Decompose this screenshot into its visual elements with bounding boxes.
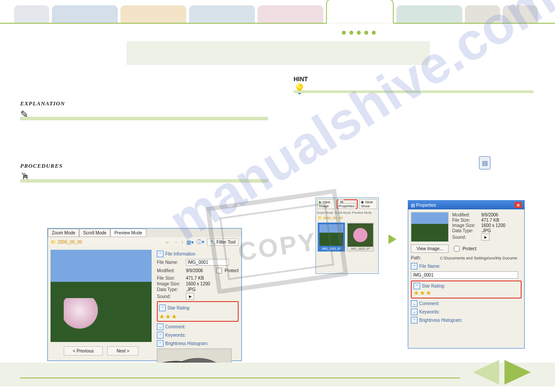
- footer-band: [0, 363, 555, 386]
- folder-name-small: 2006_09_09: [323, 216, 343, 220]
- scroll-mode-label[interactable]: Scroll Mode: [334, 211, 351, 214]
- imagesize-value: 1600 x 1200: [186, 281, 239, 286]
- pw-modified-label: Modified:: [452, 212, 481, 217]
- filesize-label: File Size:: [157, 276, 186, 281]
- window-title: Properties: [416, 203, 436, 208]
- datatype-value: .JPG: [186, 287, 239, 292]
- view-image-button[interactable]: ▶ View Image: [317, 199, 335, 209]
- keywords-label: Keywords:: [165, 333, 186, 338]
- pw-histogram-label: Brightness Histogram:: [419, 318, 462, 323]
- browser-toolbar-screenshot: ▶ View Image ▤ Properties ◉ Slide Show Z…: [316, 198, 379, 274]
- top-tab-strip: [0, 0, 555, 24]
- properties-window: ▤ Properties✕ Modified:9/9/2006 File Siz…: [408, 200, 525, 349]
- modified-value: 9/9/2006: [186, 268, 211, 273]
- pw-datatype-value: .JPG: [481, 228, 491, 233]
- pw-filesize-value: 471.7 KB: [481, 218, 499, 223]
- pw-imagesize-label: Image Size:: [452, 223, 481, 228]
- bulb-icon: 💡: [294, 83, 308, 95]
- pw-filename-input[interactable]: IMG_0001: [411, 271, 518, 279]
- zoom-mode-tab[interactable]: Zoom Mode: [48, 229, 79, 237]
- top-tab[interactable]: [258, 5, 323, 23]
- previous-button[interactable]: < Previous: [64, 346, 103, 356]
- pw-star-rating-label: Star Rating:: [422, 284, 445, 288]
- pw-path-label: Path:: [411, 255, 440, 260]
- pw-expand-keywords-icon[interactable]: ⌄: [411, 309, 417, 315]
- protect-label: Protect: [225, 268, 239, 273]
- filename-input[interactable]: IMG_0001: [186, 259, 229, 266]
- up-icon[interactable]: ↑: [181, 239, 184, 245]
- pw-modified-value: 9/9/2006: [481, 212, 498, 217]
- window-icon: ▤: [411, 203, 415, 208]
- forward-icon[interactable]: →: [173, 239, 178, 245]
- top-tab[interactable]: [189, 5, 255, 23]
- explanation-rule: [20, 117, 268, 120]
- footer-rule: [20, 378, 460, 378]
- pw-sound-label: Sound:: [452, 235, 481, 240]
- back-icon[interactable]: ←: [165, 239, 170, 245]
- pw-star-rating-stars[interactable]: ★★★: [414, 289, 519, 296]
- imagesize-label: Image Size:: [157, 281, 186, 286]
- pw-protect-checkbox[interactable]: [454, 246, 460, 252]
- collapse-star-icon[interactable]: ⌃: [159, 305, 166, 311]
- top-tab[interactable]: [396, 5, 462, 23]
- play-sound-button[interactable]: ▶: [186, 293, 194, 300]
- hint-rule: [294, 90, 533, 93]
- next-page-button[interactable]: [504, 360, 531, 385]
- info-icon[interactable]: ⓘ▾: [196, 238, 204, 246]
- top-tab[interactable]: [503, 5, 538, 23]
- histogram-label: Brightness Histogram:: [165, 341, 208, 346]
- next-button[interactable]: Next >: [107, 346, 138, 356]
- filter-tool-button[interactable]: 🔧Filter Tool: [207, 238, 239, 246]
- pw-imagesize-value: 1600 x 1200: [481, 223, 505, 228]
- filesize-value: 471.7 KB: [186, 276, 239, 281]
- preview-mode-tab[interactable]: Preview Mode: [110, 229, 146, 237]
- pw-path-value: C:\Documents and Settings\xxx\My Docume: [440, 256, 517, 260]
- datatype-label: Data Type:: [157, 287, 186, 292]
- procedures-rule: [20, 179, 268, 183]
- modified-label: Modified:: [157, 268, 186, 273]
- collapse-file-info-icon[interactable]: ⌃: [157, 251, 163, 257]
- sound-label: Sound:: [157, 294, 186, 299]
- pw-collapse-star-icon[interactable]: ⌃: [414, 283, 420, 289]
- thumbnail-1[interactable]: IMG_0001.JP: [318, 223, 345, 252]
- title-banner: [127, 41, 430, 65]
- filter-icon: 🔧: [210, 240, 215, 245]
- slide-show-button[interactable]: ◉ Slide Show: [359, 199, 377, 209]
- pw-filesize-label: File Size:: [452, 218, 481, 223]
- select-icon[interactable]: ▦▾: [186, 239, 194, 245]
- properties-button[interactable]: ▤ Properties: [338, 199, 356, 209]
- top-tab[interactable]: [326, 0, 394, 24]
- top-tab[interactable]: [465, 5, 500, 23]
- expand-comment-icon[interactable]: ⌄: [157, 324, 163, 330]
- collapse-histogram-icon[interactable]: ⌃: [157, 340, 163, 347]
- pw-star-rating-highlight: ⌃Star Rating: ★★★: [411, 281, 522, 298]
- comment-label: Comment:: [165, 324, 185, 329]
- collapse-keywords-icon[interactable]: ⌃: [157, 332, 163, 338]
- pw-filename-label: File Name:: [419, 264, 440, 269]
- top-tab[interactable]: [120, 5, 186, 23]
- scroll-mode-tab[interactable]: Scroll Mode: [79, 229, 110, 237]
- pw-collapse-filename-icon[interactable]: ⌃: [411, 263, 417, 270]
- flow-arrow-icon: [388, 234, 396, 244]
- star-rating-stars[interactable]: ★★★: [159, 313, 236, 320]
- properties-thumbnail: [411, 212, 449, 242]
- folder-icon: 📁: [51, 240, 56, 245]
- zoom-mode-label[interactable]: Zoom Mode: [317, 211, 333, 214]
- pw-play-sound-button[interactable]: ▶: [481, 234, 490, 241]
- pw-collapse-histogram-icon[interactable]: ⌃: [411, 317, 417, 324]
- view-image-button-pw[interactable]: View Image...: [411, 245, 449, 253]
- preview-image: [51, 250, 152, 342]
- previous-page-button[interactable]: [473, 360, 499, 385]
- dot-indicator: [342, 31, 376, 35]
- protect-checkbox[interactable]: [216, 268, 222, 273]
- pw-protect-label: Protect: [462, 246, 476, 251]
- top-tab[interactable]: [52, 5, 118, 23]
- close-button[interactable]: ✕: [515, 202, 522, 208]
- thumbnail-2[interactable]: IMG_0002.JP: [347, 223, 374, 252]
- preview-mode-screenshot: Zoom Mode Scroll Mode Preview Mode 📁2006…: [47, 228, 242, 361]
- pw-expand-comment-icon[interactable]: ⌄: [411, 300, 417, 307]
- star-rating-highlight: ⌃Star Rating ★★★: [157, 301, 239, 322]
- top-tab[interactable]: [14, 5, 49, 23]
- filename-label: File Name:: [157, 260, 186, 265]
- preview-mode-label[interactable]: Preview Mode: [352, 211, 371, 214]
